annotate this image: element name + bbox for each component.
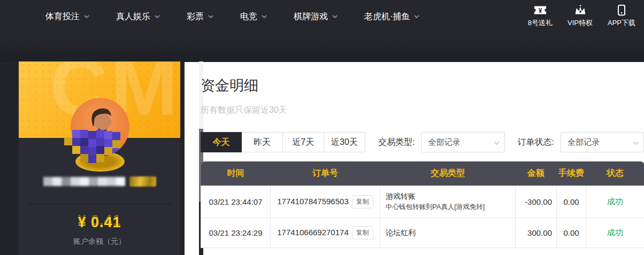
cell-status: 成功 [586, 186, 644, 218]
shortcut-label: VIP特权 [568, 18, 593, 28]
profile-sidebar: CMF [0, 62, 185, 255]
tab-last-30-days[interactable]: 近30天 [324, 132, 365, 152]
card-divider [27, 204, 172, 205]
header-shortcuts: ¥ 8号送礼 VIP特权 APP下载 [528, 4, 635, 28]
order-id-value: 1774106669270174 [277, 228, 348, 237]
header-order-id: 订单号 [271, 161, 380, 186]
page-title: 资金明细 [201, 76, 644, 95]
copy-button[interactable]: 复制 [352, 226, 373, 239]
nav-item-live-casino[interactable]: 真人娱乐 [116, 11, 160, 22]
nav-item-label: 体育投注 [45, 11, 80, 22]
username-redacted [43, 177, 125, 186]
cell-order-id: 1774106669270174复制 [271, 218, 380, 248]
cell-fee: 0.00 [557, 186, 586, 218]
copy-button[interactable]: 复制 [352, 195, 373, 208]
chevron-down-icon [332, 15, 338, 18]
nav-item-label: 彩票 [187, 11, 204, 22]
account-balance-label: 账户余额（元） [19, 237, 180, 246]
tab-last-7-days[interactable]: 近7天 [283, 132, 324, 152]
nav-item-lottery[interactable]: 彩票 [187, 11, 213, 22]
transaction-type-select[interactable]: 全部记录 [421, 132, 504, 152]
tab-today[interactable]: 今天 [201, 132, 242, 152]
chevron-down-icon [414, 15, 419, 18]
profile-card: CMF [19, 61, 180, 255]
header-transaction-type: 交易类型 [380, 161, 516, 186]
chevron-down-icon [84, 15, 89, 18]
gift-voucher-icon: ¥ [534, 4, 547, 16]
shortcut-label: 8号送礼 [528, 18, 553, 28]
nav-item-sports[interactable]: 体育投注 [45, 11, 89, 22]
app-download-shortcut[interactable]: APP下载 [608, 4, 635, 28]
transaction-type-main: 游戏转账 [386, 191, 510, 202]
transaction-type-detail: 中心钱包转账到PA真人[游戏免转] [386, 203, 510, 212]
nav-item-label: 老虎机·捕鱼 [364, 11, 410, 22]
nav-item-board-games[interactable]: 棋牌游戏 [294, 11, 338, 22]
header-time: 时间 [201, 161, 271, 186]
cell-amount: 300.00 [516, 218, 557, 248]
chevron-down-icon [155, 15, 160, 18]
chevron-down-icon [494, 141, 500, 145]
fund-details-panel: 资金明细 所有数据只保留近30天 今天 昨天 近7天 近30天 交易类型: 全部… [201, 62, 644, 255]
chevron-down-icon [208, 15, 213, 18]
transactions-table: 时间 订单号 交易类型 金额 手续费 状态 03/21 23:44:07 177… [201, 161, 644, 248]
shortcut-label: APP下载 [608, 18, 635, 28]
nav-item-label: 真人娱乐 [116, 11, 150, 22]
nav-item-esports[interactable]: 电竞 [240, 11, 267, 22]
phone-icon [615, 4, 628, 16]
header-status: 状态 [586, 161, 644, 186]
header-amount: 金额 [516, 161, 557, 186]
pixelated-censor [57, 130, 143, 165]
nav-item-label: 棋牌游戏 [294, 11, 328, 22]
header-fee: 手续费 [557, 161, 586, 186]
order-status-label: 订单状态: [518, 137, 554, 148]
page-subtitle: 所有数据只保留近30天 [201, 104, 644, 116]
top-header: 体育投注 真人娱乐 彩票 电竞 棋牌游戏 老虎机·捕鱼 ¥ [0, 0, 644, 62]
cell-amount: -300.00 [516, 186, 557, 218]
nav-item-label: 电竞 [240, 11, 257, 22]
chevron-down-icon [633, 141, 639, 145]
vip-badge [129, 176, 156, 187]
table-row: 03/21 23:44:07 1774107847596503复制 游戏转账 中… [201, 186, 644, 218]
username-row [19, 175, 180, 188]
vip-shortcut[interactable]: VIP特权 [568, 4, 593, 28]
tab-yesterday[interactable]: 昨天 [242, 132, 283, 152]
gift-shortcut[interactable]: ¥ 8号送礼 [528, 4, 553, 28]
date-range-tabs: 今天 昨天 近7天 近30天 [201, 132, 365, 152]
cell-time: 03/21 23:24:29 [201, 218, 271, 248]
svg-text:¥: ¥ [539, 7, 542, 14]
chevron-down-icon [262, 15, 267, 18]
cell-transaction-type: 游戏转账 中心钱包转账到PA真人[游戏免转] [380, 186, 516, 218]
table-header-row: 时间 订单号 交易类型 金额 手续费 状态 [201, 161, 644, 186]
transaction-type-value: 全部记录 [428, 137, 460, 148]
cell-fee: 0.00 [557, 218, 586, 248]
cell-status: 成功 [586, 218, 644, 248]
nav-item-slots-fishing[interactable]: 老虎机·捕鱼 [364, 11, 419, 22]
order-status-select[interactable]: 全部记录 [561, 132, 644, 152]
filter-row: 今天 昨天 近7天 近30天 交易类型: 全部记录 订单状态: 全部记录 [201, 132, 644, 152]
main-nav: 体育投注 真人娱乐 彩票 电竞 棋牌游戏 老虎机·捕鱼 [45, 0, 419, 33]
crown-icon [574, 4, 587, 16]
transaction-type-label: 交易类型: [378, 137, 415, 148]
cell-time: 03/21 23:44:07 [201, 186, 271, 218]
order-id-value: 1774107847596503 [277, 197, 348, 206]
order-status-value: 全部记录 [568, 137, 600, 148]
transaction-type-main: 论坛红利 [386, 228, 510, 238]
account-balance: ¥ 0.41 [19, 214, 180, 231]
table-row: 03/21 23:24:29 1774106669270174复制 论坛红利 3… [201, 218, 644, 248]
cell-order-id: 1774107847596503复制 [271, 186, 380, 218]
cell-transaction-type: 论坛红利 [380, 218, 516, 248]
